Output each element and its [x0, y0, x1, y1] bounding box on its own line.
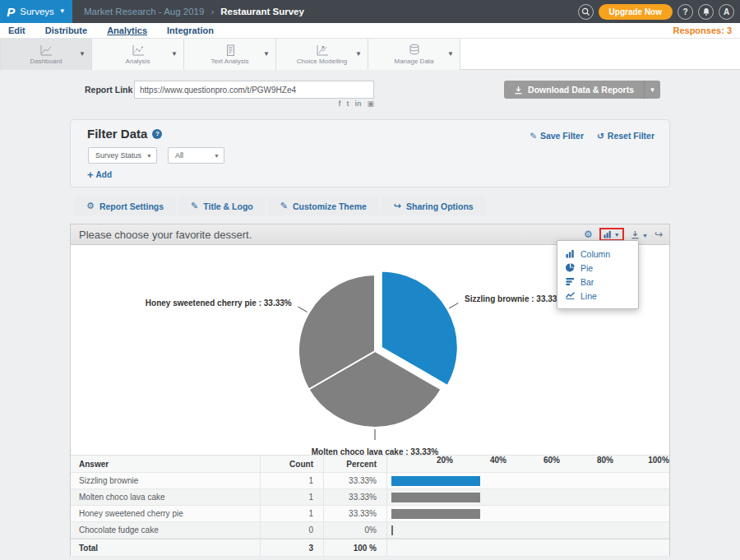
twitter-icon[interactable]: t [346, 100, 349, 109]
report-tabs: ⚙ Report Settings ✎ Title & Logo ✎ Custo… [74, 197, 486, 215]
toolbar-item-analysis[interactable]: Analysis ▼ [92, 39, 184, 70]
axis-tick: 40% [490, 456, 506, 465]
breadcrumb-parent[interactable]: Market Research - Aug 2019 [84, 7, 204, 16]
choice-chart-icon [316, 44, 329, 57]
notifications-button[interactable] [698, 4, 714, 20]
tab-title-logo[interactable]: ✎ Title & Logo [178, 197, 266, 215]
surveys-menu-label: Surveys [20, 7, 54, 16]
surveys-menu[interactable]: P Surveys ▼ [0, 0, 72, 23]
menu-item-bar[interactable]: Bar [557, 275, 638, 289]
nav-item-edit[interactable]: Edit [8, 25, 25, 37]
edit-icon: ✎ [280, 201, 288, 211]
share-icons-row: f t in ▣ [267, 100, 374, 109]
question-title: Please choose your favorite dessert. [71, 229, 252, 241]
tab-report-settings[interactable]: ⚙ Report Settings [74, 197, 176, 215]
plus-icon: + [87, 169, 94, 181]
share-icon: ↪ [394, 201, 401, 211]
table-row: Molten choco lava cake 1 33.33% [71, 489, 669, 506]
analytics-toolbar: Dashboard ▼ Analysis ▼ Text Analysis ▼ C… [0, 39, 740, 70]
survey-status-select[interactable]: Survey Status ▼ [88, 147, 157, 164]
responses-count: Responses: 3 [673, 25, 732, 35]
bell-icon [702, 7, 710, 16]
add-filter-link[interactable]: + Add [87, 169, 112, 181]
linkedin-icon[interactable]: in [354, 100, 361, 109]
table-row: Chocolate fudge cake 0 0% [71, 522, 669, 539]
axis-tick: 20% [437, 456, 453, 465]
database-icon [408, 44, 421, 57]
percent-header: Percent [324, 456, 387, 472]
tab-sharing-options[interactable]: ↪ Sharing Options [382, 197, 486, 215]
line-chart-icon [39, 44, 53, 57]
answer-header: Answer [71, 456, 261, 472]
dashboard-content: Report Link Download Data & Reports ▼ f … [0, 70, 740, 560]
chevron-down-icon: ▼ [447, 50, 454, 58]
report-link-input[interactable] [134, 81, 374, 99]
reset-filter-link[interactable]: ↺ Reset Filter [597, 131, 654, 141]
results-table: Answer Count Percent 20% 40% 60% 80% 100… [71, 455, 669, 557]
edit-icon: ✎ [530, 131, 537, 141]
chart-settings-icon[interactable]: ⚙ [584, 229, 593, 239]
chart-toolbar: ⚙ ▼ ▼ ↪ [584, 228, 669, 241]
menu-item-pie[interactable]: Pie [557, 261, 638, 275]
embed-icon[interactable]: ▣ [367, 100, 374, 109]
breadcrumb-current: Restaurant Survey [220, 7, 304, 16]
chevron-down-icon: ▼ [146, 153, 152, 159]
table-row: Sizzling brownie 1 33.33% [71, 473, 669, 489]
toolbar-item-text-analysis[interactable]: Text Analysis ▼ [184, 39, 276, 70]
download-icon [514, 86, 523, 95]
chevron-down-icon: ▼ [355, 50, 362, 58]
pie-chart-icon [566, 263, 575, 272]
chevron-down-icon: ▼ [171, 50, 178, 58]
filter-data-panel: Filter Data ? ✎ Save Filter ↺ Reset Filt… [70, 119, 670, 187]
chart-download-icon[interactable]: ▼ [631, 229, 648, 239]
tab-customize-theme[interactable]: ✎ Customize Theme [268, 197, 379, 215]
search-icon [581, 7, 590, 16]
count-header: Count [261, 456, 324, 472]
toolbar-item-dashboard[interactable]: Dashboard ▼ [0, 39, 92, 70]
help-button[interactable]: ? [678, 4, 693, 20]
chart-share-icon[interactable]: ↪ [654, 229, 663, 239]
column-chart-icon [566, 249, 575, 258]
upgrade-now-button[interactable]: Upgrade Now [599, 4, 673, 20]
nav-item-integration[interactable]: Integration [167, 25, 214, 37]
status-value-select[interactable]: All ▼ [168, 147, 224, 164]
facebook-icon[interactable]: f [338, 100, 340, 109]
bar-chart-icon [566, 277, 575, 286]
report-link-label: Report Link [85, 85, 132, 95]
download-data-reports-button[interactable]: Download Data & Reports [504, 81, 644, 99]
toolbar-item-manage-data[interactable]: Manage Data ▼ [368, 39, 460, 70]
chevron-down-icon: ▼ [263, 50, 270, 58]
chevron-down-icon: ▼ [79, 50, 86, 58]
survey-nav: Edit Distribute Analytics Integration Re… [0, 23, 740, 39]
filter-help-icon[interactable]: ? [152, 129, 162, 139]
questionpro-logo: P [7, 5, 15, 19]
nav-item-distribute[interactable]: Distribute [45, 25, 87, 37]
column-chart-icon [604, 230, 612, 238]
scatter-chart-icon [132, 44, 145, 57]
toolbar-item-choice-modelling[interactable]: Choice Modelling ▼ [276, 39, 368, 70]
percent-bar [391, 509, 480, 519]
chevron-down-icon: ▼ [642, 233, 648, 238]
pie-slice-label: Honey sweetened cherry pie : 33.33% [146, 299, 292, 308]
axis-tick: 80% [597, 456, 613, 465]
table-row: Honey sweetened cherry pie 1 33.33% [71, 506, 669, 522]
top-bar: P Surveys ▼ Market Research - Aug 2019 ›… [0, 0, 740, 23]
percent-bar [391, 476, 480, 486]
save-filter-link[interactable]: ✎ Save Filter [530, 131, 584, 141]
table-header-row: Answer Count Percent 20% 40% 60% 80% 100… [71, 455, 669, 473]
pie-slice-label: Sizzling brownie : 33.33% [465, 294, 564, 303]
question-chart-panel: Please choose your favorite dessert. ⚙ ▼… [70, 224, 670, 556]
chart-type-button[interactable]: ▼ [599, 228, 624, 241]
questionpro-app: P Surveys ▼ Market Research - Aug 2019 ›… [0, 0, 740, 560]
menu-item-column[interactable]: Column [557, 247, 638, 261]
pie-label-line [298, 307, 307, 312]
avatar[interactable]: A [719, 4, 734, 20]
axis-tick: 60% [543, 456, 560, 465]
search-button[interactable] [578, 4, 594, 20]
edit-icon: ✎ [191, 201, 198, 211]
chevron-down-icon: ▼ [214, 153, 220, 159]
filter-selects: Survey Status ▼ All ▼ [88, 147, 224, 164]
nav-item-analytics[interactable]: Analytics [107, 25, 147, 37]
download-options-caret[interactable]: ▼ [644, 81, 660, 99]
menu-item-line[interactable]: Line [557, 289, 638, 303]
